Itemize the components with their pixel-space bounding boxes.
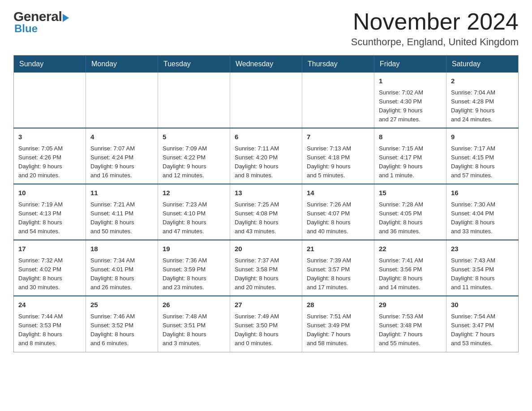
day-number: 4 bbox=[90, 132, 153, 142]
day-number: 11 bbox=[90, 188, 153, 198]
day-info: Sunrise: 7:02 AM Sunset: 4:30 PM Dayligh… bbox=[379, 88, 442, 124]
calendar-cell: 5Sunrise: 7:09 AM Sunset: 4:22 PM Daylig… bbox=[158, 128, 230, 184]
day-info: Sunrise: 7:43 AM Sunset: 3:54 PM Dayligh… bbox=[451, 256, 514, 292]
calendar-cell: 28Sunrise: 7:51 AM Sunset: 3:49 PM Dayli… bbox=[302, 296, 374, 352]
calendar-cell bbox=[230, 73, 302, 128]
day-info: Sunrise: 7:11 AM Sunset: 4:20 PM Dayligh… bbox=[235, 144, 297, 180]
calendar-cell: 6Sunrise: 7:11 AM Sunset: 4:20 PM Daylig… bbox=[230, 128, 302, 184]
calendar-cell: 10Sunrise: 7:19 AM Sunset: 4:13 PM Dayli… bbox=[14, 184, 86, 240]
weekday-header-wednesday: Wednesday bbox=[230, 56, 302, 73]
calendar-cell: 23Sunrise: 7:43 AM Sunset: 3:54 PM Dayli… bbox=[446, 240, 519, 296]
day-info: Sunrise: 7:34 AM Sunset: 4:01 PM Dayligh… bbox=[90, 256, 153, 292]
day-number: 27 bbox=[235, 300, 297, 310]
header: General Blue November 2024 Scunthorpe, E… bbox=[13, 9, 519, 48]
day-info: Sunrise: 7:51 AM Sunset: 3:49 PM Dayligh… bbox=[307, 312, 369, 348]
calendar-body: 1Sunrise: 7:02 AM Sunset: 4:30 PM Daylig… bbox=[14, 73, 519, 352]
calendar-cell: 4Sunrise: 7:07 AM Sunset: 4:24 PM Daylig… bbox=[86, 128, 158, 184]
day-number: 14 bbox=[307, 188, 369, 198]
calendar-cell: 7Sunrise: 7:13 AM Sunset: 4:18 PM Daylig… bbox=[302, 128, 374, 184]
calendar-week-row: 24Sunrise: 7:44 AM Sunset: 3:53 PM Dayli… bbox=[14, 296, 519, 352]
day-info: Sunrise: 7:54 AM Sunset: 3:47 PM Dayligh… bbox=[451, 312, 514, 348]
calendar: SundayMondayTuesdayWednesdayThursdayFrid… bbox=[13, 55, 519, 352]
calendar-cell: 26Sunrise: 7:48 AM Sunset: 3:51 PM Dayli… bbox=[158, 296, 230, 352]
calendar-week-row: 1Sunrise: 7:02 AM Sunset: 4:30 PM Daylig… bbox=[14, 73, 519, 128]
day-number: 3 bbox=[18, 132, 81, 142]
day-number: 1 bbox=[379, 76, 442, 86]
day-info: Sunrise: 7:53 AM Sunset: 3:48 PM Dayligh… bbox=[379, 312, 442, 348]
calendar-cell bbox=[14, 73, 86, 128]
day-info: Sunrise: 7:17 AM Sunset: 4:15 PM Dayligh… bbox=[451, 144, 514, 180]
day-info: Sunrise: 7:39 AM Sunset: 3:57 PM Dayligh… bbox=[307, 256, 369, 292]
weekday-header-tuesday: Tuesday bbox=[158, 56, 230, 73]
calendar-cell: 1Sunrise: 7:02 AM Sunset: 4:30 PM Daylig… bbox=[374, 73, 446, 128]
calendar-cell: 9Sunrise: 7:17 AM Sunset: 4:15 PM Daylig… bbox=[446, 128, 519, 184]
calendar-cell: 21Sunrise: 7:39 AM Sunset: 3:57 PM Dayli… bbox=[302, 240, 374, 296]
calendar-cell: 14Sunrise: 7:26 AM Sunset: 4:07 PM Dayli… bbox=[302, 184, 374, 240]
weekday-header-thursday: Thursday bbox=[302, 56, 374, 73]
day-number: 10 bbox=[18, 188, 81, 198]
month-title: November 2024 bbox=[351, 9, 519, 34]
calendar-cell: 13Sunrise: 7:25 AM Sunset: 4:08 PM Dayli… bbox=[230, 184, 302, 240]
calendar-cell bbox=[158, 73, 230, 128]
day-info: Sunrise: 7:26 AM Sunset: 4:07 PM Dayligh… bbox=[307, 200, 369, 236]
day-number: 23 bbox=[451, 244, 514, 254]
day-info: Sunrise: 7:25 AM Sunset: 4:08 PM Dayligh… bbox=[235, 200, 297, 236]
day-number: 30 bbox=[451, 300, 514, 310]
day-number: 13 bbox=[235, 188, 297, 198]
logo-general-text: General bbox=[13, 9, 62, 24]
location-title: Scunthorpe, England, United Kingdom bbox=[351, 36, 519, 48]
day-info: Sunrise: 7:49 AM Sunset: 3:50 PM Dayligh… bbox=[235, 312, 297, 348]
day-info: Sunrise: 7:09 AM Sunset: 4:22 PM Dayligh… bbox=[163, 144, 225, 180]
weekday-header-friday: Friday bbox=[374, 56, 446, 73]
weekday-header-sunday: Sunday bbox=[14, 56, 86, 73]
calendar-cell: 18Sunrise: 7:34 AM Sunset: 4:01 PM Dayli… bbox=[86, 240, 158, 296]
day-number: 8 bbox=[379, 132, 442, 142]
day-number: 17 bbox=[18, 244, 81, 254]
day-info: Sunrise: 7:36 AM Sunset: 3:59 PM Dayligh… bbox=[163, 256, 225, 292]
day-number: 9 bbox=[451, 132, 514, 142]
calendar-cell bbox=[86, 73, 158, 128]
logo-arrow-icon bbox=[63, 14, 69, 22]
day-number: 2 bbox=[451, 76, 514, 86]
weekday-header-saturday: Saturday bbox=[446, 56, 519, 73]
calendar-cell: 19Sunrise: 7:36 AM Sunset: 3:59 PM Dayli… bbox=[158, 240, 230, 296]
day-info: Sunrise: 7:21 AM Sunset: 4:11 PM Dayligh… bbox=[90, 200, 153, 236]
calendar-cell: 24Sunrise: 7:44 AM Sunset: 3:53 PM Dayli… bbox=[14, 296, 86, 352]
day-info: Sunrise: 7:05 AM Sunset: 4:26 PM Dayligh… bbox=[18, 144, 81, 180]
calendar-cell: 27Sunrise: 7:49 AM Sunset: 3:50 PM Dayli… bbox=[230, 296, 302, 352]
calendar-cell: 17Sunrise: 7:32 AM Sunset: 4:02 PM Dayli… bbox=[14, 240, 86, 296]
calendar-week-row: 10Sunrise: 7:19 AM Sunset: 4:13 PM Dayli… bbox=[14, 184, 519, 240]
day-number: 25 bbox=[90, 300, 153, 310]
title-area: November 2024 Scunthorpe, England, Unite… bbox=[351, 9, 519, 48]
day-number: 24 bbox=[18, 300, 81, 310]
day-number: 16 bbox=[451, 188, 514, 198]
calendar-cell: 2Sunrise: 7:04 AM Sunset: 4:28 PM Daylig… bbox=[446, 73, 519, 128]
day-info: Sunrise: 7:44 AM Sunset: 3:53 PM Dayligh… bbox=[18, 312, 81, 348]
day-info: Sunrise: 7:04 AM Sunset: 4:28 PM Dayligh… bbox=[451, 88, 514, 124]
calendar-cell: 30Sunrise: 7:54 AM Sunset: 3:47 PM Dayli… bbox=[446, 296, 519, 352]
calendar-cell: 20Sunrise: 7:37 AM Sunset: 3:58 PM Dayli… bbox=[230, 240, 302, 296]
day-info: Sunrise: 7:41 AM Sunset: 3:56 PM Dayligh… bbox=[379, 256, 442, 292]
day-number: 19 bbox=[163, 244, 225, 254]
day-info: Sunrise: 7:15 AM Sunset: 4:17 PM Dayligh… bbox=[379, 144, 442, 180]
day-info: Sunrise: 7:07 AM Sunset: 4:24 PM Dayligh… bbox=[90, 144, 153, 180]
calendar-cell: 29Sunrise: 7:53 AM Sunset: 3:48 PM Dayli… bbox=[374, 296, 446, 352]
day-info: Sunrise: 7:46 AM Sunset: 3:52 PM Dayligh… bbox=[90, 312, 153, 348]
calendar-cell: 8Sunrise: 7:15 AM Sunset: 4:17 PM Daylig… bbox=[374, 128, 446, 184]
calendar-cell: 12Sunrise: 7:23 AM Sunset: 4:10 PM Dayli… bbox=[158, 184, 230, 240]
calendar-week-row: 3Sunrise: 7:05 AM Sunset: 4:26 PM Daylig… bbox=[14, 128, 519, 184]
day-number: 20 bbox=[235, 244, 297, 254]
day-number: 5 bbox=[163, 132, 225, 142]
calendar-cell: 22Sunrise: 7:41 AM Sunset: 3:56 PM Dayli… bbox=[374, 240, 446, 296]
calendar-cell: 11Sunrise: 7:21 AM Sunset: 4:11 PM Dayli… bbox=[86, 184, 158, 240]
day-number: 22 bbox=[379, 244, 442, 254]
day-number: 6 bbox=[235, 132, 297, 142]
calendar-cell: 25Sunrise: 7:46 AM Sunset: 3:52 PM Dayli… bbox=[86, 296, 158, 352]
weekday-header-row: SundayMondayTuesdayWednesdayThursdayFrid… bbox=[14, 56, 519, 73]
logo-blue-text: Blue bbox=[14, 22, 38, 35]
calendar-cell bbox=[302, 73, 374, 128]
day-info: Sunrise: 7:28 AM Sunset: 4:05 PM Dayligh… bbox=[379, 200, 442, 236]
day-info: Sunrise: 7:30 AM Sunset: 4:04 PM Dayligh… bbox=[451, 200, 514, 236]
day-number: 12 bbox=[163, 188, 225, 198]
calendar-cell: 15Sunrise: 7:28 AM Sunset: 4:05 PM Dayli… bbox=[374, 184, 446, 240]
